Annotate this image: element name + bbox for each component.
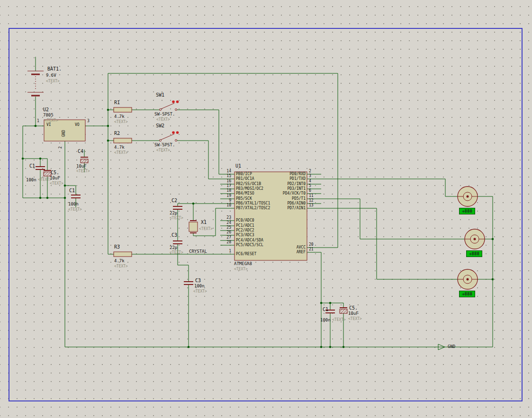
r2-ref: R2: [114, 131, 120, 136]
u2-pin-vi-name: VI: [46, 123, 51, 127]
capacitor-c3b[interactable]: [184, 282, 193, 285]
u1-pin-name: AVCC: [264, 246, 306, 249]
u2-pin-gnd-name: GND: [62, 130, 66, 137]
dc-motor-3[interactable]: [458, 269, 478, 289]
u1-pin-name: PC2/ADC2: [236, 229, 254, 232]
u1-pin-name: PB3/MOSI/OC2: [236, 187, 263, 191]
u1-ref: U1: [235, 164, 241, 169]
u1-pin-name: PC0/ADC0: [236, 219, 254, 222]
c1a-ref: C1: [29, 164, 35, 169]
r3-value: 4.7k: [114, 259, 125, 263]
sw2-text: <TEXT>: [156, 149, 170, 152]
c3a-value: 22p: [170, 246, 177, 250]
u2-text: <TEXT>: [45, 119, 58, 123]
c1b-ref: C1: [69, 188, 75, 193]
c5c-value: 10uF: [348, 311, 359, 316]
c2-text: <TEXT>: [170, 216, 183, 220]
resistor-r1[interactable]: [114, 107, 132, 112]
motor-rpm-display: +888: [459, 291, 475, 297]
u1-pin-name: PD6/AIN0: [264, 202, 306, 205]
u2-pin-vo-name: VO: [75, 123, 80, 127]
switch-sw2[interactable]: [160, 134, 177, 142]
u1-pin-number: 13: [309, 204, 314, 207]
u1-pin-name: PD5/T1: [264, 197, 306, 201]
c1a-value: 100n: [26, 178, 36, 182]
c4-value: 10uF: [76, 164, 87, 169]
u1-pin-number: 19: [219, 194, 231, 198]
capacitor-c3a[interactable]: [173, 241, 182, 244]
u1-pin-name: PC6/RESET: [236, 252, 256, 256]
sw2-value: SW-SPST.: [154, 143, 175, 147]
u1-pin-number: 24: [219, 221, 231, 225]
c1c-value: 100n: [320, 318, 331, 322]
u1-pin-name: PD1/TXD: [264, 177, 306, 181]
capacitor-c1a[interactable]: [36, 167, 45, 169]
u1-pin-number: 25: [219, 226, 231, 230]
c1b-value: 100n: [68, 202, 79, 206]
u1-pin-number: 11: [309, 194, 314, 198]
x1-ref: X1: [201, 220, 207, 225]
u1-pin-number: 6: [309, 189, 311, 193]
u1-pin-name: PB0/ICP: [236, 172, 252, 176]
dc-motor-1[interactable]: [458, 187, 478, 206]
c5a-value: 10uF: [50, 176, 60, 180]
u1-pin-name: PB2/SS/OC1B: [236, 182, 261, 186]
capacitor-c4[interactable]: [81, 157, 88, 163]
u2-value: 7805: [43, 113, 54, 117]
sw2-ref: SW2: [156, 124, 164, 128]
c3b-ref: C3: [195, 278, 201, 283]
c1c-ref: C1: [323, 307, 328, 312]
bat1-value: 9.6V: [46, 73, 56, 78]
switch-sw1[interactable]: [160, 103, 177, 111]
schematic-canvas[interactable]: BAT1. 9.6V <TEXT> U2 7805 <TEXT> 1 3 2 V…: [0, 0, 532, 418]
r1-text: <TEXT>: [114, 120, 128, 124]
battery-symbol[interactable]: [27, 71, 44, 96]
r2-value: 4.7k: [114, 145, 125, 150]
x1-text: <TEXT>: [199, 227, 213, 231]
sw1-toggle-dot[interactable]: [172, 100, 175, 103]
u2-ref: U2: [43, 107, 49, 112]
u1-pin-name: PD7/AIN1: [264, 206, 306, 210]
u2-pin2-number: 2: [59, 146, 63, 149]
c3a-ref: C3: [171, 233, 177, 238]
capacitor-c5c[interactable]: [340, 308, 347, 313]
bat1-ref: BAT1.: [47, 67, 62, 71]
u1-pin-number: 26: [219, 231, 231, 234]
dc-motor-2[interactable]: [465, 229, 485, 249]
u2-pin1-number: 1: [37, 119, 39, 123]
r1-value: 4.7k: [114, 115, 125, 119]
u1-pin-number: 18: [219, 189, 231, 193]
sw2-toggle-dot[interactable]: [176, 131, 179, 134]
capacitor-c2[interactable]: [173, 206, 182, 209]
bat1-text: <TEXT>: [46, 80, 60, 83]
c5c-ref: C5.: [349, 306, 358, 311]
u1-pin-number: 27: [219, 236, 231, 240]
resistor-r2[interactable]: [114, 138, 132, 143]
u1-pin-number: 1: [219, 249, 231, 253]
u1-pin-number: 23: [219, 216, 231, 220]
sw2-toggle-dot[interactable]: [172, 131, 175, 134]
u1-pin-name: AREF: [264, 250, 306, 254]
u1-text: <TEXT>: [234, 267, 248, 271]
u1-pin-name: PD3/INT1: [264, 187, 306, 191]
crystal-x1[interactable]: [189, 221, 198, 233]
sw1-toggle-dot[interactable]: [176, 100, 179, 103]
u1-pin-name: PC4/ADC4/SDA: [236, 239, 263, 242]
u1-pin-name: PB1/OC1A: [236, 177, 254, 181]
u1-value: ATMEGA8: [234, 262, 252, 266]
c5a-text: <TEXT>: [50, 182, 63, 186]
r3-ref: R3: [114, 245, 120, 249]
u1-pin-name: PB5/SCK: [236, 197, 252, 201]
u1-pin-number: 9: [219, 199, 231, 203]
u1-pin-number: 3: [309, 174, 311, 178]
c5c-text: <TEXT>: [348, 317, 362, 321]
u1-pin-name: PC5/ADC5/SCL: [236, 243, 263, 247]
c4-ref: C4: [78, 149, 83, 154]
capacitor-c1b[interactable]: [71, 195, 81, 198]
r1-ref: R1: [114, 100, 120, 105]
u1-pin-number: 5: [309, 184, 311, 188]
x1-value: CRYSTAL: [189, 249, 207, 254]
resistor-r3[interactable]: [114, 252, 132, 257]
u1-pin-number: 21: [309, 248, 314, 251]
sw1-ref: SW1: [156, 93, 164, 98]
